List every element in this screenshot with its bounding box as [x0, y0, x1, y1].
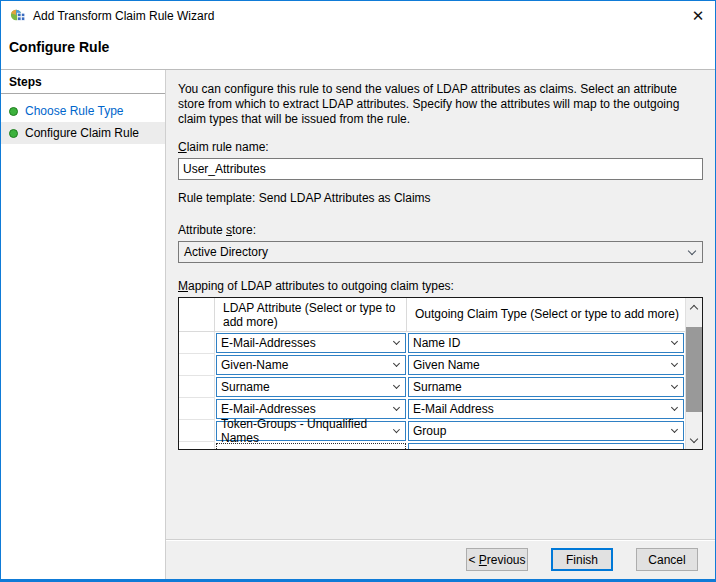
footer: < Previous Finish Cancel	[166, 539, 715, 579]
chevron-down-icon	[671, 382, 678, 389]
mnemonic: P	[479, 553, 487, 567]
label-text: laim rule name:	[187, 140, 269, 154]
sidebar-item-choose-rule-type[interactable]: Choose Rule Type	[1, 100, 165, 122]
attribute-store-select[interactable]: Active Directory	[178, 241, 703, 263]
outgoing-claim-combo[interactable]: Surname	[408, 377, 684, 397]
adfs-wizard-icon	[10, 8, 26, 24]
chevron-down-icon	[671, 426, 678, 433]
ldap-attribute-combo[interactable]: Token-Groups - Unqualified Names	[216, 421, 406, 441]
claim-rule-name-label: Claim rule name:	[178, 140, 703, 154]
chevron-up-icon	[690, 304, 698, 312]
label-text: <	[468, 553, 478, 567]
chevron-down-icon	[671, 338, 678, 345]
finish-button[interactable]: Finish	[551, 548, 613, 571]
mnemonic: C	[178, 140, 187, 154]
combo-value: Given-Name	[221, 358, 288, 372]
scrollbar-down-button[interactable]	[686, 432, 702, 449]
close-button[interactable]: ✕	[681, 1, 715, 29]
chevron-down-icon	[393, 360, 400, 367]
scrollbar-up-button[interactable]	[686, 298, 702, 315]
outgoing-claim-column-header: Outgoing Claim Type (Select or type to a…	[407, 298, 685, 331]
chevron-down-icon	[671, 404, 678, 411]
content-panel: You can configure this rule to send the …	[166, 70, 715, 579]
table-row: Surname Surname	[179, 376, 685, 398]
row-selector-cell[interactable]	[179, 442, 215, 449]
ldap-attribute-combo[interactable]: Given-Name	[216, 355, 406, 375]
outgoing-claim-combo[interactable]: Given Name	[408, 355, 684, 375]
close-icon: ✕	[692, 8, 705, 23]
ldap-attribute-combo[interactable]: Surname	[216, 377, 406, 397]
chevron-down-icon	[393, 338, 400, 345]
button-row: < Previous Finish Cancel	[166, 541, 715, 571]
ldap-attribute-column-header: LDAP Attribute (Select or type to add mo…	[215, 298, 407, 331]
scrollbar-thumb[interactable]	[686, 327, 702, 412]
combo-value: E-Mail-Addresses	[221, 402, 316, 416]
outgoing-claim-combo[interactable]: Name ID	[408, 333, 684, 353]
combo-value: Surname	[413, 380, 462, 394]
combo-value: Given Name	[413, 358, 480, 372]
page-header: Configure Rule	[1, 31, 715, 69]
step-dot-icon	[9, 107, 18, 116]
outgoing-claim-combo[interactable]: E-Mail Address	[408, 399, 684, 419]
combo-value: Group	[413, 424, 446, 438]
wizard-window: Add Transform Claim Rule Wizard ✕ Config…	[0, 0, 716, 582]
window-title: Add Transform Claim Rule Wizard	[33, 9, 214, 23]
wizard-body: Steps Choose Rule Type Configure Claim R…	[1, 69, 715, 579]
mapping-table-main: LDAP Attribute (Select or type to add mo…	[179, 298, 685, 449]
ldap-attribute-combo[interactable]	[216, 443, 406, 449]
ldap-attribute-combo[interactable]: E-Mail-Addresses	[216, 399, 406, 419]
chevron-down-icon	[688, 246, 696, 254]
mapping-table: LDAP Attribute (Select or type to add mo…	[178, 297, 703, 450]
row-selector-header	[179, 298, 215, 331]
table-scrollbar[interactable]	[685, 298, 702, 449]
row-selector-cell[interactable]	[179, 398, 215, 420]
row-selector-cell[interactable]	[179, 376, 215, 398]
label-text: Attribute	[178, 223, 226, 237]
scrollbar-track[interactable]	[686, 315, 702, 432]
steps-heading: Steps	[1, 70, 165, 94]
label-text: Finish	[566, 553, 598, 567]
steps-list: Choose Rule Type Configure Claim Rule	[1, 94, 165, 144]
rule-template-text: Rule template: Send LDAP Attributes as C…	[178, 191, 703, 205]
title-bar: Add Transform Claim Rule Wizard ✕	[1, 1, 715, 31]
previous-button[interactable]: < Previous	[466, 548, 528, 571]
step-label: Configure Claim Rule	[25, 126, 139, 140]
table-row: E-Mail-Addresses Name ID	[179, 332, 685, 354]
outgoing-claim-combo[interactable]: Group	[408, 421, 684, 441]
intro-text: You can configure this rule to send the …	[178, 82, 703, 127]
table-row-empty	[179, 442, 685, 449]
row-selector-cell[interactable]	[179, 354, 215, 376]
claim-rule-name-input[interactable]	[178, 158, 703, 180]
table-row: Given-Name Given Name	[179, 354, 685, 376]
combo-value: E-Mail Address	[413, 402, 494, 416]
attribute-store-value: Active Directory	[184, 245, 268, 259]
combo-value: Surname	[221, 380, 270, 394]
step-dot-icon	[9, 129, 18, 138]
label-text: tore:	[232, 223, 256, 237]
table-header-row: LDAP Attribute (Select or type to add mo…	[179, 298, 685, 332]
outgoing-claim-combo[interactable]	[408, 443, 684, 449]
combo-value: Name ID	[413, 336, 460, 350]
combo-value: E-Mail-Addresses	[221, 336, 316, 350]
steps-sidebar: Steps Choose Rule Type Configure Claim R…	[1, 70, 166, 579]
row-selector-cell[interactable]	[179, 420, 215, 442]
chevron-down-icon	[393, 382, 400, 389]
ldap-attribute-combo[interactable]: E-Mail-Addresses	[216, 333, 406, 353]
chevron-down-icon	[690, 435, 698, 443]
mnemonic: M	[178, 279, 188, 293]
attribute-store-label: Attribute store:	[178, 223, 703, 237]
chevron-down-icon	[671, 360, 678, 367]
cancel-button[interactable]: Cancel	[636, 548, 698, 571]
label-text: apping of LDAP attributes to outgoing cl…	[188, 279, 454, 293]
sidebar-item-configure-claim-rule[interactable]: Configure Claim Rule	[1, 122, 165, 144]
table-row: Token-Groups - Unqualified Names Group	[179, 420, 685, 442]
label-text: revious	[487, 553, 526, 567]
step-label: Choose Rule Type	[25, 104, 124, 118]
combo-value: Token-Groups - Unqualified Names	[221, 417, 394, 445]
chevron-down-icon	[393, 426, 400, 433]
chevron-down-icon	[393, 404, 400, 411]
label-text: Cancel	[648, 553, 685, 567]
mapping-label: Mapping of LDAP attributes to outgoing c…	[178, 279, 703, 293]
row-selector-cell[interactable]	[179, 332, 215, 354]
page-title: Configure Rule	[9, 39, 715, 55]
